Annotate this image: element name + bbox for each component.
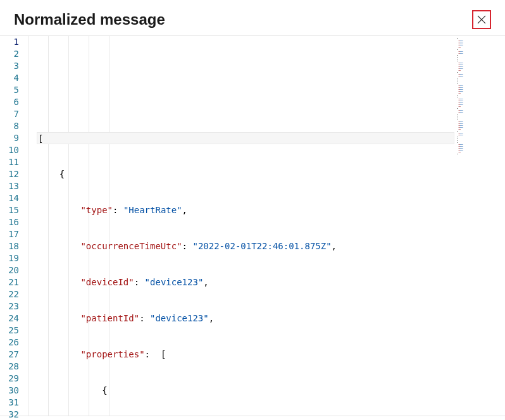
line-number: 30 bbox=[0, 385, 19, 397]
line-number: 14 bbox=[0, 192, 19, 204]
line-number: 2 bbox=[0, 48, 19, 60]
json-key: "properties" bbox=[80, 349, 144, 359]
line-number: 10 bbox=[0, 144, 19, 156]
line-number: 29 bbox=[0, 373, 19, 385]
line-number-gutter: 1234567891011121314151617181920212223242… bbox=[0, 36, 28, 416]
dialog-header: Normalized message bbox=[0, 0, 505, 35]
bracket: [ bbox=[38, 133, 43, 144]
line-number: 20 bbox=[0, 264, 19, 276]
json-key: "type" bbox=[80, 205, 113, 215]
line-number: 23 bbox=[0, 300, 19, 312]
json-value: "device123" bbox=[145, 277, 204, 287]
line-number: 15 bbox=[0, 204, 19, 216]
line-number: 3 bbox=[0, 60, 19, 72]
code-line: { bbox=[38, 385, 454, 397]
line-number: 16 bbox=[0, 216, 19, 228]
close-icon bbox=[477, 15, 487, 25]
line-number: 27 bbox=[0, 349, 19, 361]
code-line: "type": "HeartRate", bbox=[38, 204, 454, 216]
line-number: 5 bbox=[0, 84, 19, 96]
json-value: "device123" bbox=[150, 313, 209, 323]
line-number: 9 bbox=[0, 132, 19, 144]
brace: { bbox=[102, 385, 107, 395]
code-line: "patientId": "device123", bbox=[38, 312, 454, 324]
json-key: "patientId" bbox=[80, 313, 139, 323]
line-number: 7 bbox=[0, 108, 19, 120]
brace: { bbox=[59, 169, 65, 179]
line-number: 32 bbox=[0, 409, 19, 420]
minimap[interactable]: ▪ ▬▬▬▬▬▬ ▬▬▬▬▬▬ ▬▬▬▬▬▬ ▬▬▬▬▬▬ ▬▬▬▪ ▬▬▬▬▬… bbox=[454, 36, 505, 416]
line-number: 26 bbox=[0, 337, 19, 349]
line-number: 4 bbox=[0, 72, 19, 84]
dialog-title: Normalized message bbox=[14, 11, 165, 28]
line-number: 8 bbox=[0, 120, 19, 132]
json-key: "occurrenceTimeUtc" bbox=[80, 241, 182, 251]
code-line: "occurrenceTimeUtc": "2022-02-01T22:46:0… bbox=[38, 240, 454, 252]
bracket: [ bbox=[161, 349, 166, 359]
line-number: 24 bbox=[0, 312, 19, 324]
line-number: 22 bbox=[0, 288, 19, 300]
line-number: 13 bbox=[0, 180, 19, 192]
line-number: 12 bbox=[0, 168, 19, 180]
code-line: "deviceId": "device123", bbox=[38, 276, 454, 288]
line-number: 17 bbox=[0, 228, 19, 240]
json-value: "2022-02-01T22:46:01.875Z" bbox=[192, 241, 331, 251]
close-button[interactable] bbox=[472, 10, 491, 29]
line-number: 1 bbox=[0, 36, 19, 48]
code-editor[interactable]: 1234567891011121314151617181920212223242… bbox=[0, 35, 505, 416]
code-line: { bbox=[38, 168, 454, 180]
line-number: 18 bbox=[0, 240, 19, 252]
line-number: 31 bbox=[0, 397, 19, 409]
code-line: [ bbox=[37, 132, 454, 144]
line-number: 6 bbox=[0, 96, 19, 108]
line-number: 11 bbox=[0, 156, 19, 168]
json-value: "HeartRate" bbox=[123, 205, 182, 215]
line-number: 25 bbox=[0, 324, 19, 337]
line-number: 21 bbox=[0, 276, 19, 288]
line-number: 19 bbox=[0, 252, 19, 264]
code-line: "properties": [ bbox=[38, 349, 454, 361]
line-number: 28 bbox=[0, 361, 19, 373]
json-key: "deviceId" bbox=[80, 277, 134, 287]
code-content[interactable]: [ { "type": "HeartRate", "occurrenceTime… bbox=[28, 36, 454, 416]
